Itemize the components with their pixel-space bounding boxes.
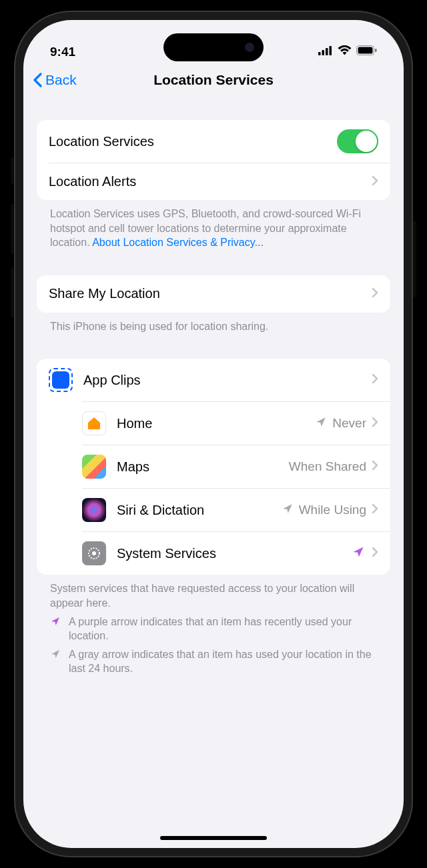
row-label: Location Alerts bbox=[49, 174, 372, 189]
location-arrow-gray-icon bbox=[282, 503, 294, 517]
row-label: App Clips bbox=[83, 373, 372, 388]
svg-rect-1 bbox=[322, 50, 325, 55]
nav-bar: Back Location Services bbox=[23, 67, 404, 101]
chevron-left-icon bbox=[33, 73, 43, 87]
cellular-icon bbox=[318, 46, 333, 58]
page-title: Location Services bbox=[153, 72, 274, 88]
location-arrow-gray-icon bbox=[315, 416, 327, 431]
status-time: 9:41 bbox=[50, 45, 75, 59]
wifi-icon bbox=[338, 45, 352, 58]
row-siri[interactable]: Siri & Dictation While Using bbox=[82, 488, 390, 531]
app-clips-icon bbox=[49, 368, 73, 392]
row-label: Location Services bbox=[49, 134, 337, 149]
chevron-right-icon bbox=[372, 175, 378, 189]
battery-icon bbox=[356, 45, 377, 58]
chevron-right-icon bbox=[372, 503, 378, 517]
location-arrow-purple-icon bbox=[352, 545, 365, 561]
chevron-right-icon bbox=[372, 460, 378, 473]
row-label: Home bbox=[117, 416, 315, 431]
footer-share-location: This iPhone is being used for location s… bbox=[37, 313, 390, 334]
footer-system-services: System services that have requested acce… bbox=[37, 575, 390, 610]
row-label: Maps bbox=[117, 459, 289, 475]
group-share-location: Share My Location bbox=[37, 275, 390, 313]
svg-rect-6 bbox=[375, 49, 377, 52]
row-share-location[interactable]: Share My Location bbox=[37, 275, 390, 313]
row-label: Share My Location bbox=[49, 286, 372, 301]
dynamic-island bbox=[163, 33, 264, 61]
legend-gray: A gray arrow indicates that an item has … bbox=[37, 643, 390, 676]
svg-rect-0 bbox=[318, 52, 321, 55]
system-services-icon bbox=[82, 541, 106, 565]
svg-rect-2 bbox=[326, 48, 328, 55]
row-status: When Shared bbox=[289, 459, 366, 474]
row-label: System Services bbox=[117, 546, 352, 561]
location-services-toggle[interactable] bbox=[337, 129, 378, 153]
privacy-link[interactable]: About Location Services & Privacy... bbox=[92, 237, 264, 248]
group-location-services: Location Services Location Alerts bbox=[37, 120, 390, 200]
chevron-right-icon bbox=[372, 287, 378, 301]
legend-text: A purple arrow indicates that an item ha… bbox=[69, 615, 377, 643]
svg-rect-5 bbox=[358, 47, 373, 54]
group-apps: App Clips Home Never Maps bbox=[37, 359, 390, 575]
row-app-clips[interactable]: App Clips bbox=[37, 359, 390, 401]
svg-rect-3 bbox=[330, 46, 332, 55]
chevron-right-icon bbox=[372, 547, 378, 560]
siri-app-icon bbox=[82, 498, 106, 522]
svg-point-8 bbox=[92, 551, 96, 555]
location-arrow-purple-icon bbox=[50, 615, 62, 643]
chevron-right-icon bbox=[372, 417, 378, 430]
row-location-alerts[interactable]: Location Alerts bbox=[49, 163, 390, 200]
maps-app-icon bbox=[82, 455, 106, 479]
home-indicator[interactable] bbox=[160, 836, 267, 840]
back-label: Back bbox=[45, 72, 77, 88]
footer-location-services: Location Services uses GPS, Bluetooth, a… bbox=[37, 200, 390, 250]
chevron-right-icon bbox=[372, 373, 378, 387]
row-label: Siri & Dictation bbox=[117, 503, 282, 518]
row-status: While Using bbox=[299, 503, 366, 517]
row-location-services[interactable]: Location Services bbox=[37, 120, 390, 163]
home-app-icon bbox=[82, 411, 106, 435]
location-arrow-gray-icon bbox=[50, 647, 62, 676]
row-maps[interactable]: Maps When Shared bbox=[82, 445, 390, 488]
row-system-services[interactable]: System Services bbox=[82, 531, 390, 575]
back-button[interactable]: Back bbox=[33, 72, 77, 88]
legend-text: A gray arrow indicates that an item has … bbox=[69, 647, 377, 676]
row-home[interactable]: Home Never bbox=[82, 401, 390, 445]
row-status: Never bbox=[332, 416, 366, 431]
legend-purple: A purple arrow indicates that an item ha… bbox=[37, 611, 390, 643]
